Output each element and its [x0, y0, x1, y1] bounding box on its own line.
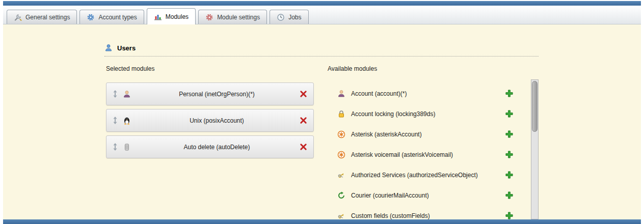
user-icon [104, 44, 113, 52]
tab-module-settings[interactable]: Module settings [198, 10, 267, 24]
tab-label: Account types [98, 14, 137, 21]
selected-module-row[interactable]: Personal (inetOrgPerson)(*) [106, 82, 314, 105]
available-module-label: Asterisk (asteriskAccount) [351, 131, 422, 138]
modules-tab-content: Users Selected modules Available modules [3, 24, 641, 219]
add-module-button[interactable] [505, 90, 513, 97]
available-module-row: Account locking (locking389ds) [337, 104, 516, 124]
available-module-label: Authorized Services (authorizedServiceOb… [351, 172, 478, 179]
tab-label: Jobs [288, 14, 301, 21]
bottom-bar [3, 219, 641, 224]
refresh-icon [337, 191, 345, 200]
tab-jobs[interactable]: Jobs [270, 10, 308, 24]
selected-module-row[interactable]: Auto delete (autoDelete) [106, 135, 314, 158]
available-module-label: Asterisk voicemail (asteriskVoicemail) [351, 151, 453, 158]
available-module-row: Asterisk (asteriskAccount) [337, 124, 516, 145]
add-module-button[interactable] [505, 130, 513, 138]
delete-box-icon [123, 143, 131, 151]
section-title: Users [117, 44, 136, 52]
gear-blue-icon [87, 13, 95, 21]
asterisk-icon [337, 151, 345, 159]
tab-label: Modules [166, 13, 189, 20]
available-module-label: Courier (courierMailAccount) [351, 192, 429, 199]
available-module-label: Custom fields (customFields) [351, 212, 430, 219]
available-modules-header: Available modules [328, 65, 377, 72]
gear-red-icon [205, 13, 213, 21]
person-icon [337, 90, 345, 98]
tab-account-types[interactable]: Account types [79, 10, 144, 24]
add-module-button[interactable] [505, 151, 513, 158]
available-modules-list: Account (account)(*) Account locking (lo… [337, 83, 516, 224]
person-icon [123, 90, 131, 98]
available-module-row: Asterisk voicemail (asteriskVoicemail) [337, 145, 516, 165]
available-module-label: Account (account)(*) [351, 90, 407, 97]
remove-module-button[interactable] [300, 143, 307, 151]
tab-label: Module settings [217, 14, 260, 21]
drag-handle-icon[interactable] [113, 117, 118, 124]
add-module-button[interactable] [505, 110, 513, 118]
tab-modules[interactable]: Modules [147, 8, 196, 24]
scrollbar-thumb[interactable] [532, 81, 538, 132]
asterisk-icon [337, 130, 345, 138]
remove-module-button[interactable] [300, 117, 307, 124]
keys-icon [337, 171, 345, 179]
available-module-row: Account (account)(*) [337, 83, 516, 104]
selected-module-label: Personal (inetOrgPerson)(*) [134, 91, 300, 98]
lock-icon [337, 110, 345, 118]
selected-modules-header: Selected modules [106, 65, 154, 72]
selected-module-label: Unix (posixAccount) [134, 117, 300, 124]
available-module-label: Account locking (locking389ds) [351, 110, 435, 118]
clock-icon [277, 13, 285, 21]
add-module-button[interactable] [505, 191, 513, 199]
tools-icon [14, 13, 22, 21]
drag-handle-icon[interactable] [113, 143, 118, 151]
tab-label: General settings [25, 14, 70, 21]
selected-modules-list: Personal (inetOrgPerson)(*) [106, 82, 314, 162]
tux-icon [123, 117, 131, 125]
drag-handle-icon[interactable] [113, 90, 118, 98]
add-module-button[interactable] [505, 212, 513, 219]
remove-module-button[interactable] [300, 90, 307, 98]
tab-general-settings[interactable]: General settings [7, 10, 77, 24]
available-module-row: Authorized Services (authorizedServiceOb… [337, 165, 516, 185]
add-module-button[interactable] [505, 171, 513, 179]
selected-module-label: Auto delete (autoDelete) [134, 144, 300, 151]
keys-icon [337, 212, 345, 220]
selected-module-row[interactable]: Unix (posixAccount) [106, 109, 314, 132]
users-section-heading: Users [104, 44, 539, 57]
chart-icon [154, 13, 162, 21]
lam-configuration-page: General settings Account types [0, 0, 644, 224]
available-modules-scrollbar[interactable] [531, 79, 539, 219]
tab-bar: General settings Account types [3, 6, 641, 24]
top-bar [3, 1, 641, 6]
available-module-row: Courier (courierMailAccount) [337, 185, 516, 206]
